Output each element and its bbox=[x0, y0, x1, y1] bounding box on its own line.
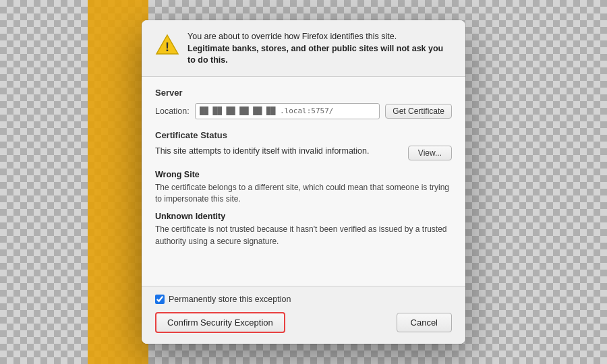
cancel-button[interactable]: Cancel bbox=[397, 313, 452, 332]
wrong-site-section: Wrong Site The certificate belongs to a … bbox=[155, 170, 452, 206]
unknown-identity-description: The certificate is not trusted because i… bbox=[155, 224, 452, 247]
server-section: Server Location: Get Certificate bbox=[155, 88, 452, 119]
location-label: Location: bbox=[155, 107, 190, 116]
warning-text-block: You are about to override how Firefox id… bbox=[187, 31, 452, 67]
location-input[interactable] bbox=[195, 103, 380, 119]
confirm-security-exception-button[interactable]: Confirm Security Exception bbox=[155, 312, 285, 333]
warning-header: ! You are about to override how Firefox … bbox=[142, 20, 465, 77]
dialog-body: Server Location: Get Certificate Certifi… bbox=[142, 77, 465, 286]
permanently-store-checkbox[interactable] bbox=[155, 295, 165, 304]
cert-status-header: This site attempts to identify itself wi… bbox=[155, 146, 452, 160]
warning-line2: Legitimate banks, stores, and other publ… bbox=[187, 44, 443, 65]
button-row: Confirm Security Exception Cancel bbox=[155, 312, 452, 333]
cert-status-description: This site attempts to identify itself wi… bbox=[155, 146, 401, 158]
get-certificate-button[interactable]: Get Certificate bbox=[385, 104, 452, 119]
permanently-store-row: Permanently store this exception bbox=[155, 295, 452, 304]
svg-text:!: ! bbox=[165, 40, 169, 54]
wrong-site-description: The certificate belongs to a different s… bbox=[155, 182, 452, 206]
wrong-site-title: Wrong Site bbox=[155, 170, 452, 179]
cert-status-title: Certificate Status bbox=[155, 130, 452, 140]
location-row: Location: Get Certificate bbox=[155, 103, 452, 119]
dialog-overlay: ! You are about to override how Firefox … bbox=[0, 0, 607, 364]
warning-line1: You are about to override how Firefox id… bbox=[187, 32, 397, 41]
unknown-identity-title: Unknown Identity bbox=[155, 212, 452, 221]
certificate-status-section: Certificate Status This site attempts to… bbox=[155, 130, 452, 160]
dialog-footer: Permanently store this exception Confirm… bbox=[142, 286, 465, 344]
security-exception-dialog: ! You are about to override how Firefox … bbox=[142, 20, 465, 344]
permanently-store-label[interactable]: Permanently store this exception bbox=[169, 295, 291, 304]
view-certificate-button[interactable]: View... bbox=[408, 146, 452, 160]
server-section-title: Server bbox=[155, 88, 452, 98]
unknown-identity-section: Unknown Identity The certificate is not … bbox=[155, 212, 452, 247]
warning-icon: ! bbox=[155, 32, 179, 57]
